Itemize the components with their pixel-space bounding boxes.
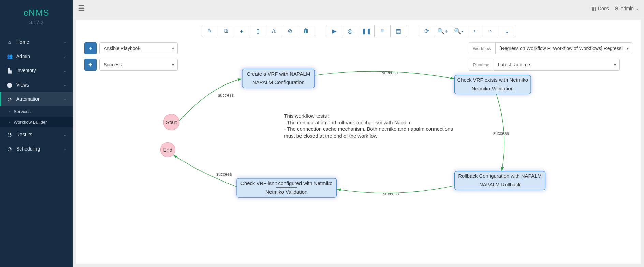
- service-type-select[interactable]: Ansible Playbook: [99, 42, 178, 54]
- sidebar-item-label: Results: [16, 132, 32, 137]
- sidebar-item-label: Home: [16, 39, 29, 45]
- chevron-down-icon: ⌄: [63, 132, 67, 137]
- expand-button[interactable]: ⌄: [499, 25, 515, 37]
- node-title: Create a VRF with NAPALM: [247, 71, 310, 77]
- topbar: ☰ ▥ Docs ⚙ admin ⌄: [73, 0, 644, 17]
- edge-n4-end[interactable]: [173, 155, 237, 187]
- map-pin-icon: ⬤: [6, 82, 13, 88]
- results-list-button[interactable]: ≡: [375, 25, 391, 37]
- sidebar-item-label: Views: [16, 82, 29, 88]
- play-circle-icon: ◎: [348, 28, 353, 35]
- chevron-down-icon: ⌄: [63, 83, 67, 87]
- list-icon: ≡: [381, 28, 384, 34]
- home-icon: ⌂: [6, 39, 13, 45]
- refresh-button[interactable]: ⟳: [419, 25, 435, 37]
- play-icon: ▶: [332, 28, 336, 35]
- skip-button[interactable]: ⊘: [282, 25, 298, 37]
- delete-button[interactable]: 🗑: [298, 25, 314, 37]
- sidebar-item-admin[interactable]: 👥 Admin ⌄: [0, 49, 73, 63]
- node-title: Check VRF isn't configured with Netmiko: [240, 180, 332, 186]
- pause-button[interactable]: ❚❚: [358, 25, 375, 37]
- sidebar-item-inventory[interactable]: ▙ Inventory ⌄: [0, 63, 73, 78]
- app-logo: eNMS: [0, 7, 73, 18]
- node-subtitle: Netmiko Validation: [472, 86, 514, 91]
- text-button[interactable]: A: [266, 25, 282, 37]
- automation-subitems: Services Workflow Builder: [0, 106, 73, 127]
- clock-icon: ◔: [6, 96, 13, 102]
- zoom-out-icon: 🔍-: [454, 28, 463, 35]
- docs-link[interactable]: ▥ Docs: [591, 6, 609, 11]
- chevron-down-icon: ⌄: [63, 147, 67, 151]
- user-menu[interactable]: ⚙ admin ⌄: [614, 6, 639, 11]
- sidebar-item-home[interactable]: ⌂ Home ⌄: [0, 35, 73, 49]
- trash-icon: 🗑: [303, 28, 309, 34]
- chevron-down-icon: ⌄: [504, 28, 509, 35]
- edge-start-n1[interactable]: [179, 79, 242, 121]
- hamburger-icon[interactable]: ☰: [78, 4, 85, 13]
- add-service-button[interactable]: ＋: [84, 42, 97, 54]
- sidebar-subitem-services[interactable]: Services: [0, 106, 73, 117]
- add-button[interactable]: ＋: [234, 25, 250, 37]
- plus-icon: ＋: [239, 27, 245, 35]
- copy-icon: ⧉: [224, 28, 228, 34]
- node-subtitle: NAPALM Configuration: [252, 80, 305, 85]
- sidebar-item-scheduling[interactable]: ◔ Scheduling ⌄: [0, 142, 73, 156]
- zoom-out-button[interactable]: 🔍-: [451, 25, 467, 37]
- workflow-canvas[interactable]: Start End Create a VRF with NAPALM NAPAL…: [76, 61, 641, 264]
- sidebar-item-results[interactable]: ◔ Results ⌄: [0, 127, 73, 142]
- chevron-down-icon: ⌄: [63, 97, 67, 101]
- back-button[interactable]: ‹: [467, 25, 483, 37]
- chevron-down-icon: ⌄: [63, 54, 67, 59]
- play-button[interactable]: ▶: [326, 25, 342, 37]
- sitemap-icon: ▙: [6, 68, 13, 73]
- chevron-down-icon: ⌄: [636, 6, 639, 10]
- toolbar-group-run: ▶ ◎ ❚❚ ≡ ▤: [326, 25, 407, 37]
- sidebar-subitem-workflow-builder[interactable]: Workflow Builder: [0, 117, 73, 127]
- clock-icon: ◔: [6, 146, 13, 152]
- chevron-right-icon: ›: [490, 28, 492, 34]
- sidebar-item-views[interactable]: ⬤ Views ⌄: [0, 78, 73, 92]
- edge-label: success: [216, 172, 232, 177]
- chevron-down-icon: ⌄: [63, 40, 67, 44]
- run-param-button[interactable]: ◎: [342, 25, 358, 37]
- duplicate-button[interactable]: ⧉: [218, 25, 234, 37]
- plus-icon: ＋: [88, 45, 93, 52]
- gear-icon: ⚙: [614, 6, 619, 11]
- toolbar-group-edit: ✎ ⧉ ＋ ▯ A ⊘ 🗑: [202, 25, 314, 37]
- sidebar-item-label: Scheduling: [16, 146, 40, 152]
- end-label: End: [163, 147, 173, 153]
- chevron-down-icon: ⌄: [63, 68, 67, 73]
- workflow-label: Workflow: [469, 42, 495, 54]
- docs-icon: ▥: [591, 6, 596, 11]
- ban-icon: ⊘: [288, 28, 292, 35]
- results-table-button[interactable]: ▤: [391, 25, 407, 37]
- users-icon: 👥: [6, 53, 13, 59]
- sidebar-item-label: Inventory: [16, 68, 36, 73]
- sidebar-item-label: Automation: [16, 96, 41, 102]
- edge-label: success: [383, 191, 399, 197]
- edge-label: success: [218, 93, 234, 98]
- forward-button[interactable]: ›: [483, 25, 499, 37]
- start-label: Start: [166, 120, 177, 125]
- clipboard-icon: ▯: [256, 28, 259, 35]
- sidebar-item-label: Admin: [16, 53, 30, 59]
- node-title: Rollback Configuration with NAPALM: [458, 173, 542, 179]
- edit-button[interactable]: ✎: [202, 25, 218, 37]
- logo-area: eNMS 3.17.2: [0, 0, 73, 29]
- sidebar: eNMS 3.17.2 ⌂ Home ⌄ 👥 Admin ⌄ ▙ Invento…: [0, 0, 73, 267]
- refresh-icon: ⟳: [424, 28, 429, 35]
- node-subtitle: NAPALM Rollback: [479, 182, 521, 187]
- node-title: Check VRF exists with Netmiko: [457, 77, 528, 83]
- workflow-select[interactable]: [Regression Workflow F: Workflow of Work…: [495, 42, 632, 54]
- user-label: admin: [621, 6, 634, 11]
- clipboard-button[interactable]: ▯: [250, 25, 266, 37]
- pause-icon: ❚❚: [362, 28, 371, 35]
- sidebar-item-automation[interactable]: ◔ Automation ⌄: [0, 92, 73, 106]
- select-value: [Regression Workflow F: Workflow of Work…: [500, 46, 623, 51]
- sidebar-subitem-label: Services: [14, 109, 31, 114]
- edit-icon: ✎: [207, 28, 212, 35]
- clock-icon: ◔: [6, 132, 13, 137]
- text-icon: A: [272, 28, 276, 34]
- node-subtitle: Netmiko Validation: [265, 189, 307, 195]
- zoom-in-button[interactable]: 🔍+: [435, 25, 451, 37]
